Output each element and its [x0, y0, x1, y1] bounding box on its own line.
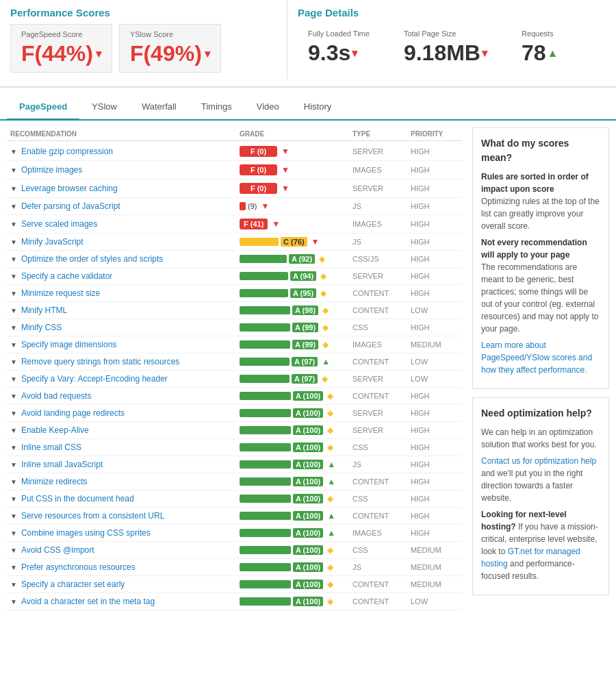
row-name[interactable]: ▼ Enable Keep-Alive — [10, 425, 236, 435]
row-name[interactable]: ▼ Defer parsing of JavaScript — [10, 201, 236, 211]
grade-cell: F (41) ▼ — [240, 219, 349, 229]
row-name[interactable]: ▼ Specify image dimensions — [10, 340, 236, 349]
size-box: Total Page Size 9.18MB ▾ — [394, 24, 498, 71]
requests-arrow-icon[interactable]: ▲ — [548, 47, 559, 60]
grade-bar — [240, 340, 290, 349]
row-name-text: Minify JavaScript — [21, 237, 84, 247]
table-row: ▼ Minimize request size A (95) ◆ CONTENT… — [7, 285, 462, 302]
row-name[interactable]: ▼ Minimize redirects — [10, 477, 236, 486]
diamond-icon: ◆ — [322, 374, 328, 384]
table-row: ▼ Optimize images F (0) ▼ IMAGES HIGH — [7, 161, 462, 179]
down-arrow-icon: ▼ — [281, 184, 290, 193]
row-name[interactable]: ▼ Put CSS in the document head — [10, 494, 236, 503]
tab-yslow[interactable]: YSlow — [79, 95, 129, 121]
row-name[interactable]: ▼ Minimize request size — [10, 288, 236, 298]
grade-bar — [240, 375, 290, 383]
grade-text: A (100) — [293, 391, 323, 401]
row-name[interactable]: ▼ Enable gzip compression — [10, 147, 236, 156]
scores-meaning-link: Learn more about PageSpeed/YSlow scores … — [481, 339, 600, 376]
size-arrow-icon[interactable]: ▾ — [482, 47, 487, 60]
priority-cell: HIGH — [411, 495, 459, 503]
scores-meaning-link-anchor[interactable]: Learn more about PageSpeed/YSlow scores … — [481, 340, 592, 375]
priority-cell: MEDIUM — [411, 340, 459, 349]
optimization-help-card: Need optimization help? We can help in a… — [472, 397, 609, 595]
row-name[interactable]: ▼ Specify a Vary: Accept-Encoding header — [10, 374, 236, 384]
priority-cell: LOW — [411, 597, 459, 606]
table-row: ▼ Minify HTML A (98) ◆ CONTENT LOW — [7, 302, 462, 319]
grade-bar — [240, 238, 279, 246]
requests-box: Requests 78 ▲ — [511, 24, 580, 71]
row-name[interactable]: ▼ Inline small CSS — [10, 443, 236, 452]
grade-pill: F (0) — [240, 146, 277, 157]
row-name[interactable]: ▼ Minify JavaScript — [10, 237, 236, 247]
priority-cell: MEDIUM — [411, 563, 459, 571]
grade-text: A (100) — [293, 425, 323, 435]
row-name[interactable]: ▼ Minify HTML — [10, 306, 236, 315]
grade-cell: A (100) ◆ — [240, 545, 349, 555]
row-name[interactable]: ▼ Leverage browser caching — [10, 184, 236, 193]
row-name-text: Inline small JavaScript — [21, 460, 103, 469]
priority-cell: LOW — [411, 358, 459, 366]
yslow-arrow[interactable]: ▾ — [205, 47, 210, 60]
row-name[interactable]: ▼ Optimize images — [10, 165, 236, 175]
grade-bar — [240, 443, 291, 451]
chevron-icon: ▼ — [10, 530, 17, 537]
grade-cell: A (92) ◆ — [240, 254, 349, 264]
row-name[interactable]: ▼ Combine images using CSS sprites — [10, 528, 236, 538]
priority-cell: HIGH — [411, 202, 459, 210]
type-cell: CONTENT — [352, 580, 407, 588]
grade-bar — [240, 580, 291, 588]
row-name-text: Combine images using CSS sprites — [21, 528, 151, 538]
diamond-icon: ◆ — [327, 443, 333, 452]
row-name[interactable]: ▼ Serve resources from a consistent URL — [10, 511, 236, 521]
grade-text: A (100) — [293, 408, 323, 418]
type-cell: CONTENT — [352, 597, 407, 606]
grade-cell: A (99) ◆ — [240, 340, 349, 349]
row-name[interactable]: ▼ Avoid a character set in the meta tag — [10, 597, 236, 606]
tab-waterfall[interactable]: Waterfall — [129, 95, 189, 121]
row-name[interactable]: ▼ Minify CSS — [10, 323, 236, 332]
grade-cell: A (97) ◆ — [240, 374, 349, 384]
row-name-text: Avoid landing page redirects — [21, 408, 125, 418]
chevron-icon: ▼ — [10, 427, 17, 434]
tab-pagespeed[interactable]: PageSpeed — [7, 95, 79, 121]
tab-history[interactable]: History — [292, 95, 344, 121]
chevron-icon: ▼ — [10, 324, 17, 332]
row-name[interactable]: ▼ Optimize the order of styles and scrip… — [10, 254, 236, 264]
scores-meaning-p2: Not every recommendation will apply to y… — [481, 236, 600, 335]
optimization-help-title: Need optimization help? — [481, 406, 600, 421]
row-name[interactable]: ▼ Specify a cache validator — [10, 271, 236, 281]
type-cell: SERVER — [352, 409, 407, 417]
diamond-icon: ◆ — [322, 323, 329, 332]
loaded-arrow-icon[interactable]: ▾ — [352, 47, 357, 60]
row-name-text: Avoid bad requests — [21, 391, 92, 401]
contact-link[interactable]: Contact us for optimization help — [481, 456, 596, 466]
type-cell: JS — [352, 238, 407, 246]
type-cell: CONTENT — [352, 512, 407, 520]
row-name[interactable]: ▼ Avoid landing page redirects — [10, 408, 236, 418]
row-name[interactable]: ▼ Avoid CSS @import — [10, 545, 236, 555]
row-name[interactable]: ▼ Inline small JavaScript — [10, 460, 236, 469]
row-name[interactable]: ▼ Specify a character set early — [10, 580, 236, 589]
row-name[interactable]: ▼ Avoid bad requests — [10, 391, 236, 401]
row-name[interactable]: ▼ Prefer asynchronous resources — [10, 562, 236, 572]
grade-bar — [240, 546, 291, 554]
diamond-icon: ◆ — [327, 425, 333, 435]
chevron-icon: ▼ — [10, 581, 17, 588]
tab-video[interactable]: Video — [244, 95, 292, 121]
pagespeed-label: PageSpeed Score — [21, 30, 101, 38]
priority-cell: LOW — [411, 306, 459, 314]
table-row: ▼ Minify CSS A (99) ◆ CSS HIGH — [7, 319, 462, 336]
row-name[interactable]: ▼ Remove query strings from static resou… — [10, 357, 236, 366]
row-name-text: Specify image dimensions — [21, 340, 116, 349]
row-name[interactable]: ▼ Serve scaled images — [10, 219, 236, 229]
page-details-section: Page Details Fully Loaded Time 9.3s ▾ To… — [287, 0, 616, 79]
up-arrow-icon: ▲ — [327, 477, 335, 486]
tab-timings[interactable]: Timings — [189, 95, 244, 121]
type-cell: SERVER — [352, 426, 407, 434]
pagespeed-arrow[interactable]: ▾ — [96, 47, 101, 60]
chevron-icon: ▼ — [10, 444, 17, 451]
grade-text: A (100) — [293, 460, 323, 469]
table-row: ▼ Specify a character set early A (100) … — [7, 576, 462, 593]
row-name-text: Leverage browser caching — [21, 184, 118, 193]
